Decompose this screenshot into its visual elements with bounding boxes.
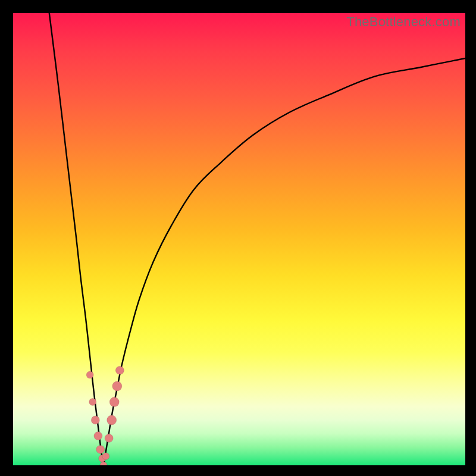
marker-dot — [94, 432, 102, 440]
marker-dot — [102, 453, 109, 460]
curve-layer — [13, 13, 465, 465]
watermark-text: TheBottleneck.com — [346, 14, 461, 30]
right-branch-curve — [104, 58, 465, 465]
marker-dot — [109, 397, 119, 407]
marker-dot — [89, 399, 96, 406]
marker-dot — [96, 445, 105, 453]
marker-dot — [107, 415, 117, 425]
chart-frame: TheBottleneck.com — [0, 0, 476, 476]
marker-dot — [91, 416, 99, 424]
marker-dot — [115, 366, 124, 374]
left-branch-curve — [49, 13, 104, 465]
marker-dot — [112, 381, 122, 391]
marker-dot — [105, 434, 113, 442]
marker-dot — [86, 371, 93, 378]
plot-area: TheBottleneck.com — [13, 13, 465, 465]
marker-dot — [100, 462, 107, 465]
